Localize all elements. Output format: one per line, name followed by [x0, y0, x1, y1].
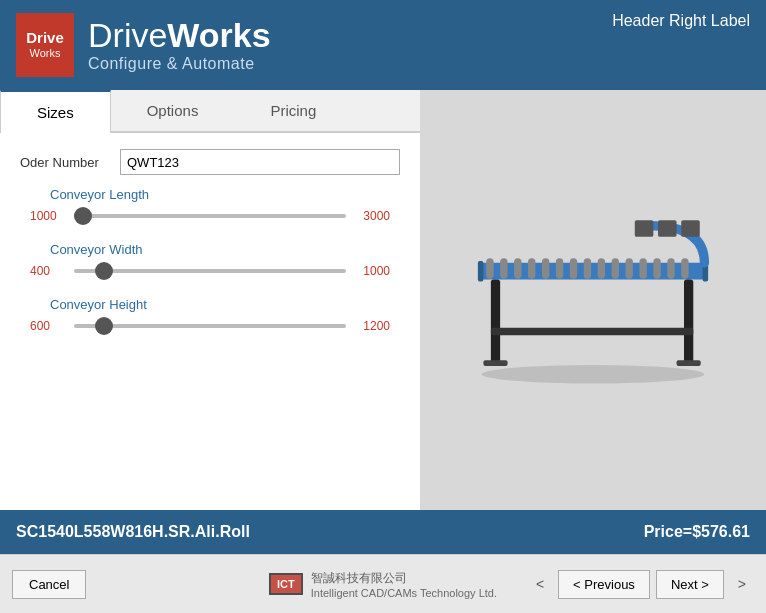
- conveyor-width-slider[interactable]: [74, 269, 346, 273]
- cancel-button[interactable]: Cancel: [12, 570, 86, 599]
- conveyor-length-slider[interactable]: [74, 214, 346, 218]
- brand-works: Works: [167, 16, 270, 54]
- svg-rect-4: [528, 258, 535, 278]
- svg-rect-1: [486, 258, 493, 278]
- svg-rect-10: [612, 258, 619, 278]
- conveyor-width-section: Conveyor Width 400 1000: [20, 242, 400, 281]
- svg-rect-19: [684, 280, 693, 364]
- svg-point-23: [482, 365, 705, 384]
- svg-rect-14: [667, 258, 674, 278]
- conveyor-height-slider[interactable]: [74, 324, 346, 328]
- svg-rect-15: [681, 258, 688, 278]
- brand-drive: Drive: [88, 16, 167, 54]
- right-panel: [420, 90, 766, 510]
- conveyor-width-row: 400 1000: [20, 261, 400, 281]
- right-arrow-button[interactable]: >: [730, 572, 754, 596]
- svg-rect-11: [626, 258, 633, 278]
- config-code: SC1540L558W816H.SR.Ali.Roll: [16, 523, 250, 541]
- tab-options[interactable]: Options: [111, 90, 235, 131]
- header-subtitle: Configure & Automate: [88, 55, 271, 73]
- svg-rect-8: [584, 258, 591, 278]
- left-panel: Sizes Options Pricing Oder Number Convey…: [0, 90, 420, 510]
- conveyor-width-title: Conveyor Width: [20, 242, 400, 257]
- svg-rect-9: [598, 258, 605, 278]
- order-number-input[interactable]: [120, 149, 400, 175]
- conveyor-length-min: 1000: [30, 209, 66, 223]
- conveyor-height-row: 600 1200: [20, 316, 400, 336]
- next-button[interactable]: Next >: [656, 570, 724, 599]
- order-number-row: Oder Number: [20, 149, 400, 175]
- company-chinese: 智誠科技有限公司: [311, 570, 497, 587]
- svg-rect-18: [491, 280, 500, 364]
- conveyor-width-max: 1000: [354, 264, 390, 278]
- logo-works-text: Works: [30, 47, 61, 60]
- svg-rect-6: [556, 258, 563, 278]
- conveyor-height-max: 1200: [354, 319, 390, 333]
- header: Drive Works DriveWorks Configure & Autom…: [0, 0, 766, 90]
- bottom-bar: SC1540L558W816H.SR.Ali.Roll Price=$576.6…: [0, 510, 766, 554]
- main-area: Sizes Options Pricing Oder Number Convey…: [0, 90, 766, 510]
- svg-rect-26: [681, 220, 700, 237]
- conveyor-width-min: 400: [30, 264, 66, 278]
- header-right-label: Header Right Label: [612, 12, 750, 30]
- conveyor-length-row: 1000 3000: [20, 206, 400, 226]
- tab-sizes[interactable]: Sizes: [0, 90, 111, 133]
- conveyor-height-section: Conveyor Height 600 1200: [20, 297, 400, 336]
- form-area: Oder Number Conveyor Length 1000 3000 Co…: [0, 133, 420, 510]
- svg-rect-21: [483, 360, 507, 366]
- tabs-bar: Sizes Options Pricing: [0, 90, 420, 133]
- conveyor-length-max: 3000: [354, 209, 390, 223]
- conveyor-length-wrapper: [74, 206, 346, 226]
- tab-pricing[interactable]: Pricing: [234, 90, 352, 131]
- footer-nav: < < Previous Next > >: [528, 570, 754, 599]
- previous-button[interactable]: < Previous: [558, 570, 650, 599]
- conveyor-length-title: Conveyor Length: [20, 187, 400, 202]
- conveyor-image: [463, 200, 723, 400]
- footer: Cancel ICT 智誠科技有限公司 Intelligent CAD/CAMs…: [0, 554, 766, 613]
- svg-rect-24: [635, 220, 654, 237]
- svg-rect-5: [542, 258, 549, 278]
- svg-rect-2: [500, 258, 507, 278]
- company-info: 智誠科技有限公司 Intelligent CAD/CAMs Technology…: [311, 570, 497, 599]
- logo-drive-text: Drive: [26, 29, 64, 47]
- header-brand-name: DriveWorks: [88, 17, 271, 54]
- price-label: Price=$576.61: [644, 523, 750, 541]
- company-english: Intelligent CAD/CAMs Technology Ltd.: [311, 587, 497, 599]
- logo-box: Drive Works: [16, 13, 74, 77]
- svg-rect-13: [653, 258, 660, 278]
- svg-rect-16: [478, 261, 484, 281]
- svg-rect-12: [639, 258, 646, 278]
- order-number-label: Oder Number: [20, 155, 120, 170]
- conveyor-length-section: Conveyor Length 1000 3000: [20, 187, 400, 226]
- svg-rect-7: [570, 258, 577, 278]
- conveyor-height-wrapper: [74, 316, 346, 336]
- svg-rect-20: [491, 328, 693, 335]
- left-arrow-button[interactable]: <: [528, 572, 552, 596]
- svg-rect-25: [658, 220, 677, 237]
- conveyor-height-title: Conveyor Height: [20, 297, 400, 312]
- header-title-area: DriveWorks Configure & Automate: [88, 17, 271, 72]
- svg-rect-22: [677, 360, 701, 366]
- conveyor-width-wrapper: [74, 261, 346, 281]
- conveyor-height-min: 600: [30, 319, 66, 333]
- footer-watermark: ICT 智誠科技有限公司 Intelligent CAD/CAMs Techno…: [269, 570, 497, 599]
- ict-logo: ICT: [269, 573, 303, 595]
- svg-rect-3: [514, 258, 521, 278]
